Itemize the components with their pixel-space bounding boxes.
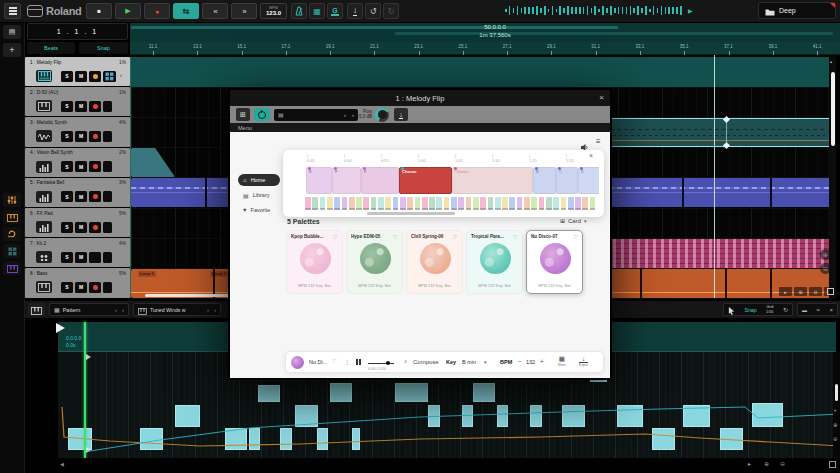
status-play-icon[interactable]: ▸ <box>748 460 751 467</box>
palette-card-3[interactable]: Chill Spring-06♡BPM 132 Key: Bm <box>406 230 463 294</box>
player-progress-track[interactable] <box>368 363 394 364</box>
save-button[interactable]: ↓ <box>347 3 363 19</box>
record-arm-button[interactable] <box>89 101 101 112</box>
record-arm-button[interactable] <box>89 71 101 82</box>
loop-region-bar[interactable] <box>131 26 618 29</box>
midi-note[interactable] <box>225 428 247 450</box>
chord-block[interactable] <box>458 197 464 210</box>
record-arm-button[interactable] <box>89 161 101 172</box>
bpm-plus-button[interactable]: + <box>540 358 544 365</box>
solo-button[interactable]: S <box>61 282 73 293</box>
midi-note[interactable] <box>683 405 710 427</box>
preset-selector[interactable]: ▤ ‹ › <box>274 109 358 121</box>
compose-button[interactable]: Compose <box>413 359 439 365</box>
mini-fullscreen-button[interactable] <box>824 287 837 296</box>
groove-button[interactable]: G <box>327 3 343 19</box>
midi-note[interactable] <box>140 428 163 450</box>
chord-block[interactable] <box>451 197 457 210</box>
loop-start-flag-icon[interactable] <box>86 354 91 360</box>
midi-note[interactable] <box>462 405 473 427</box>
chord-block[interactable] <box>363 197 369 210</box>
palette-favorite-icon[interactable]: ♡ <box>393 234 398 240</box>
instrument-selector[interactable]: Tuned Winds w ‹ › <box>133 303 221 316</box>
chord-block[interactable] <box>312 197 318 210</box>
minimize-editor-icon[interactable]: ▬ <box>802 307 807 313</box>
palette-favorite-icon[interactable]: ♡ <box>513 234 518 240</box>
mini-play-button[interactable]: ▸ <box>779 287 792 296</box>
chord-block[interactable] <box>473 197 479 210</box>
status-fullscreen-icon[interactable] <box>829 461 836 468</box>
plugin-power-button[interactable] <box>254 108 270 121</box>
section-block-d[interactable]: D <box>578 167 599 194</box>
midi-note[interactable] <box>330 383 352 402</box>
melody-flip-plugin-window[interactable]: 1 : Melody Flip × ⊞ ▤ ‹ › Post-5.0 dB ↓ … <box>228 88 612 380</box>
player-thumbnail[interactable] <box>291 356 304 369</box>
extra-slot-button[interactable] <box>103 131 112 142</box>
status-zoom-out-icon[interactable]: ⊖ <box>780 460 785 467</box>
plugin-gain-knob[interactable] <box>375 108 389 122</box>
undo-button[interactable]: ↺ <box>365 3 381 19</box>
player-bpm-value[interactable]: 132 <box>526 359 535 365</box>
browser-toggle-button[interactable]: ▤ <box>3 25 21 39</box>
mute-button[interactable]: M <box>75 131 87 142</box>
midi-note[interactable] <box>428 405 440 427</box>
section-block-chorus[interactable]: Chorus <box>399 167 452 194</box>
structure-hscroll-thumb[interactable] <box>367 212 455 215</box>
plugin-grid-button[interactable]: ⊞ <box>236 108 250 121</box>
palette-favorite-icon[interactable]: ♡ <box>333 234 338 240</box>
palette-favorite-icon[interactable]: ♡ <box>453 234 458 240</box>
record-arm-button[interactable] <box>89 191 101 202</box>
chord-block[interactable] <box>342 197 348 210</box>
sidebar-item-favorite[interactable]: ♥Favorite <box>238 204 280 216</box>
chord-block[interactable] <box>524 197 530 210</box>
key-dropdown-icon[interactable]: ▾ <box>484 359 487 365</box>
zoom-in-float-button[interactable]: ⊕ <box>820 249 831 260</box>
add-track-button[interactable]: + <box>3 43 21 57</box>
metronome-button[interactable] <box>291 3 307 19</box>
loop-end-flag-icon[interactable] <box>86 447 91 453</box>
plugin-hamburger-icon[interactable]: ≡ <box>596 137 601 146</box>
forward-button[interactable]: » <box>231 3 257 19</box>
project-deep-button[interactable]: Deep <box>758 2 836 19</box>
chord-block[interactable] <box>407 197 413 210</box>
extra-slot-button[interactable] <box>103 222 112 233</box>
grid-view-rail-button[interactable] <box>3 244 21 258</box>
status-zoom-in-icon[interactable]: ⊕ <box>764 460 769 467</box>
play-button[interactable]: ▶ <box>115 3 141 19</box>
chord-block[interactable] <box>480 197 486 210</box>
bpm-display[interactable]: BPM 123.0 <box>260 3 287 19</box>
midi-note[interactable] <box>280 428 292 450</box>
mini-zoom-out-button[interactable]: ⊖ <box>809 287 822 296</box>
chord-block[interactable] <box>575 197 581 210</box>
instrument-prev-icon[interactable]: ‹ <box>207 307 209 313</box>
structure-close-icon[interactable]: × <box>589 152 593 159</box>
record-arm-button[interactable] <box>89 222 101 233</box>
pause-icon[interactable] <box>356 359 358 365</box>
mute-button[interactable]: M <box>75 161 87 172</box>
track-header-8[interactable]: 8 : Bass5%SM <box>25 268 130 297</box>
editor-vscroll[interactable]: ▾ ⊕ ⊖ <box>833 352 840 458</box>
midi-note[interactable] <box>249 428 260 450</box>
mini-zoom-in-button[interactable]: ⊕ <box>794 287 807 296</box>
record-arm-button[interactable] <box>89 252 101 263</box>
midi-note[interactable] <box>295 405 318 427</box>
chord-block[interactable] <box>334 197 340 210</box>
palette-card-4[interactable]: Tropical Para...♡BPM 132 Key: Bm <box>466 230 523 294</box>
chord-block[interactable] <box>553 197 559 210</box>
chord-block[interactable] <box>539 197 545 210</box>
midi-note[interactable] <box>562 405 585 427</box>
plugin-menubar[interactable]: Menu <box>230 123 610 132</box>
loop-button[interactable]: ⇆ <box>173 3 199 19</box>
chord-block[interactable] <box>349 197 355 210</box>
chord-block[interactable] <box>531 197 537 210</box>
midi-note[interactable] <box>395 383 428 402</box>
stop-button[interactable]: ■ <box>86 3 112 19</box>
pattern-selector[interactable]: ▦ Pattern ‹ › <box>49 303 129 316</box>
section-block-chorus[interactable]: Chorus <box>452 167 533 194</box>
key-value[interactable]: B min <box>462 359 476 365</box>
instrument-rail-button[interactable] <box>3 210 21 224</box>
midi-note[interactable] <box>752 403 783 427</box>
section-block-e[interactable]: E <box>306 167 332 194</box>
bpm-minus-button[interactable]: − <box>518 358 522 365</box>
loop-toggle-icon[interactable]: ↻ <box>783 306 788 313</box>
